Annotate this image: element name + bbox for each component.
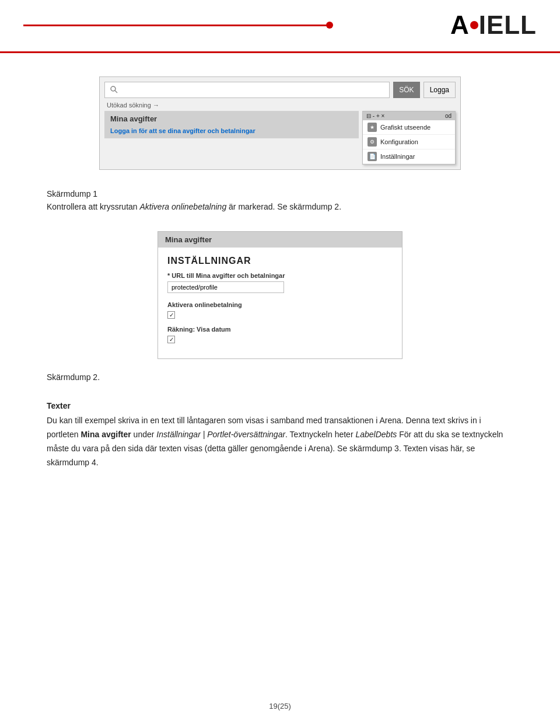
rakning-checkbox[interactable]: ✓ bbox=[167, 336, 175, 343]
caption-1-italic: Aktivera onlinebetalning bbox=[140, 202, 227, 211]
texter-italic1: Inställningar | Portlet-översättningar bbox=[156, 430, 285, 439]
screenshot-2-container: Mina avgifter INSTÄLLNINGAR * URL till M… bbox=[158, 231, 402, 359]
svg-line-2 bbox=[115, 90, 117, 93]
header-line-row: A IELL bbox=[23, 11, 537, 40]
rakning-section: Räkning: Visa datum ✓ bbox=[167, 326, 393, 343]
logga-in-link[interactable]: Logga in för att se dina avgifter och be… bbox=[110, 127, 256, 134]
mina-avgifter-bold: Mina avgifter bbox=[80, 430, 131, 439]
sc2-body: INSTÄLLNINGAR * URL till Mina avgifter o… bbox=[158, 248, 402, 358]
red-dot bbox=[326, 22, 333, 29]
skärmdump-1-label: Skärmdump 1 bbox=[47, 189, 97, 198]
od-label: od bbox=[445, 113, 452, 119]
rakning-label: Räkning: Visa datum bbox=[167, 326, 393, 333]
axiell-logo: A IELL bbox=[450, 11, 537, 40]
texter-period: . Textnyckeln heter bbox=[285, 430, 355, 439]
caption-1-text-after: är markerad. Se skärmdump 2. bbox=[226, 202, 341, 211]
utokad-row: Utökad sökning → bbox=[104, 100, 456, 111]
mina-avgifter-title: Mina avgifter bbox=[110, 114, 353, 123]
page-footer: 19(25) bbox=[0, 702, 560, 710]
sok-button[interactable]: SÖK bbox=[393, 82, 419, 98]
search-input-box bbox=[104, 82, 390, 98]
top-right-area: Mina avgifter Logga in för att se dina a… bbox=[104, 111, 456, 165]
menu-item-grafiskt-label: Grafiskt utseende bbox=[380, 124, 430, 131]
svg-point-0 bbox=[470, 21, 478, 29]
sc2-settings-title: INSTÄLLNINGAR bbox=[167, 256, 393, 266]
menu-item-konfiguration-label: Konfiguration bbox=[380, 138, 418, 145]
installningar-icon: 📄 bbox=[368, 152, 377, 161]
aktivera-section: Aktivera onlinebetalning ✓ bbox=[167, 301, 393, 319]
screenshot-1-container: SÖK Logga Utökad sökning → Mina avgifter… bbox=[99, 76, 461, 170]
texter-under: under bbox=[131, 430, 157, 439]
red-line bbox=[23, 25, 327, 26]
right-menu-panel: ⊟ - + × od ★ Grafiskt utseende ⚙ Konfigu… bbox=[362, 111, 456, 165]
skärmdump-2-label: Skärmdump 2. bbox=[47, 372, 100, 382]
sc2-url-label: * URL till Mina avgifter och betalningar bbox=[167, 272, 393, 279]
menu-item-grafiskt[interactable]: ★ Grafiskt utseende bbox=[363, 120, 455, 135]
aktivera-checkbox[interactable]: ✓ bbox=[167, 311, 175, 319]
texter-heading: Texter bbox=[47, 401, 513, 410]
caption-2: Skärmdump 2. bbox=[47, 371, 513, 384]
mina-avgifter-panel: Mina avgifter Logga in för att se dina a… bbox=[104, 111, 359, 138]
logo-iell: IELL bbox=[479, 11, 537, 40]
logo-a: A bbox=[450, 11, 470, 40]
caption-1-text-before: Kontrollera att kryssrutan bbox=[47, 202, 140, 211]
texter-italic2: LabelDebts bbox=[355, 430, 397, 439]
menu-item-installningar-label: Inställningar bbox=[380, 153, 415, 160]
logo-x-dot bbox=[470, 21, 478, 29]
konfiguration-icon: ⚙ bbox=[368, 137, 377, 147]
logga-button[interactable]: Logga bbox=[424, 82, 456, 98]
url-label-text: * URL till Mina avgifter och betalningar bbox=[167, 272, 285, 279]
menu-item-installningar[interactable]: 📄 Inställningar bbox=[363, 149, 455, 164]
page-number: 19(25) bbox=[269, 702, 291, 710]
caption-1: Skärmdump 1 Kontrollera att kryssrutan A… bbox=[47, 187, 513, 214]
sc2-header-title: Mina avgifter bbox=[165, 235, 212, 244]
texter-body: Du kan till exempel skriva in en text ti… bbox=[47, 414, 513, 469]
utokad-label: Utökad sökning → bbox=[107, 102, 159, 109]
sc2-header: Mina avgifter bbox=[158, 232, 402, 248]
left-column: Mina avgifter Logga in för att se dina a… bbox=[104, 111, 359, 138]
url-field-input[interactable] bbox=[167, 281, 284, 293]
svg-point-1 bbox=[111, 86, 116, 91]
main-content: SÖK Logga Utökad sökning → Mina avgifter… bbox=[0, 53, 560, 493]
grafiskt-icon: ★ bbox=[368, 123, 377, 132]
menu-item-konfiguration[interactable]: ⚙ Konfiguration bbox=[363, 135, 455, 149]
aktivera-label: Aktivera onlinebetalning bbox=[167, 301, 393, 308]
titlebar-buttons: ⊟ - + × bbox=[366, 113, 384, 119]
page-header: A IELL bbox=[0, 0, 560, 53]
right-menu-titlebar: ⊟ - + × od bbox=[363, 112, 455, 120]
texter-section: Texter Du kan till exempel skriva in en … bbox=[47, 401, 513, 469]
search-icon bbox=[110, 85, 118, 95]
search-bar-row: SÖK Logga bbox=[104, 82, 456, 98]
